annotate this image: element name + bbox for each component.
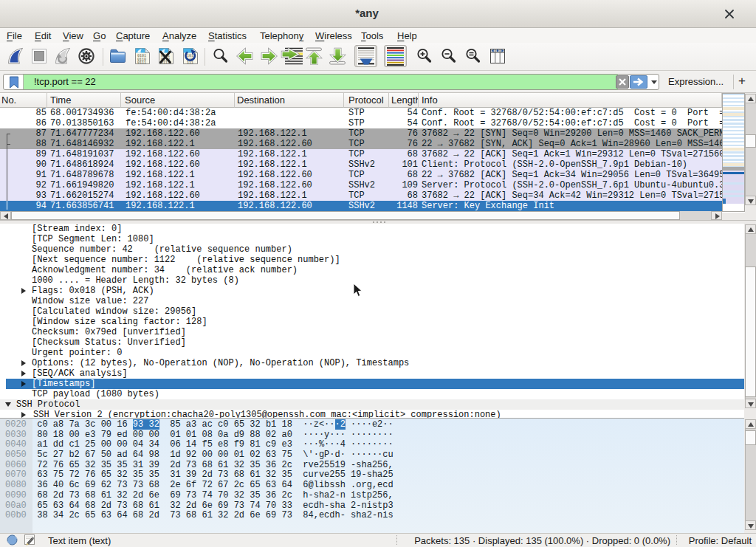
svg-text:0111: 0111 <box>137 61 146 65</box>
